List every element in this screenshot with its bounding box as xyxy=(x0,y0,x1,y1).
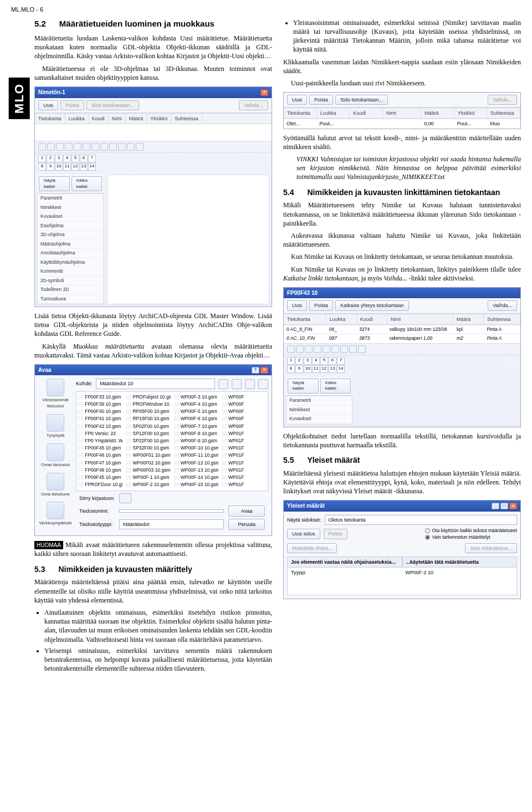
close-icon[interactable]: × xyxy=(260,367,268,374)
kohde-dropdown[interactable]: Määrätiedot 10 xyxy=(96,379,215,389)
sidebar-item[interactable]: Kuvaukset xyxy=(287,415,352,423)
sidebar-list: Parametrit Nimikkeet Kuvaukset xyxy=(286,396,352,424)
nayta-sidokset-dropdown[interactable]: Oletus tietokanta xyxy=(325,515,517,525)
place-mycomputer[interactable]: Oma tietokone xyxy=(41,473,70,498)
data-row[interactable]: 0 AC_8_FIN 08_ 3274 valkopy 18x100 mm 12… xyxy=(284,325,520,334)
katke-button[interactable]: Kätke kaikki xyxy=(71,176,102,192)
view-icon[interactable] xyxy=(258,379,268,389)
uusi-button[interactable]: Uusi xyxy=(287,95,307,105)
list-item: Yleistasoisimmat ominaisuudet, esimerkik… xyxy=(293,18,521,54)
yleiset-maarat-window: Yleiset määrät _ □ × Näytä sidokset: Ole… xyxy=(283,500,521,599)
tool-icon[interactable] xyxy=(305,345,313,353)
sido-button[interactable]: Sido tietokantaan... xyxy=(86,100,139,110)
place-desktop[interactable]: Työpöytä xyxy=(47,414,64,439)
sidebar-item[interactable]: Arvolistaohjelma xyxy=(38,249,103,258)
vaihda-button[interactable]: Vaihda... xyxy=(488,95,517,105)
tiedostonimi-input[interactable] xyxy=(119,509,224,513)
para: Objektikohtaiset tiedot luetellaan norma… xyxy=(283,432,521,450)
tiedostotyyppi-dropdown[interactable]: Määrätiedot xyxy=(119,519,224,529)
tool-icon[interactable] xyxy=(127,143,135,151)
tool-icon[interactable] xyxy=(358,345,366,353)
minimize-icon[interactable]: _ xyxy=(492,503,499,509)
sido-button[interactable]: Sido tietokantaan... xyxy=(335,95,388,105)
uusi-sidos-button[interactable]: Uusi sidos xyxy=(287,529,320,539)
tool-icon[interactable] xyxy=(74,143,81,151)
data-row[interactable]: Olet... Puut... 0,00 Puut... Muu xyxy=(284,119,520,128)
library-nav-icon[interactable] xyxy=(119,493,131,503)
heading-5-3: 5.3 Nimikkeiden ja kuvausten määrittely xyxy=(34,564,272,575)
sidebar-item[interactable]: Kommentti xyxy=(38,267,103,276)
poista-button[interactable]: Poista xyxy=(324,529,347,539)
number-grid[interactable]: 1234567 891011121314 xyxy=(38,155,96,171)
sidebar-item[interactable]: 2D-symboli xyxy=(38,277,103,285)
number-grid[interactable]: 1234567 891011121314 xyxy=(287,357,345,373)
nayta-button[interactable]: Näytä kaikki xyxy=(288,379,319,394)
tool-icon[interactable] xyxy=(323,345,330,353)
nayta-button[interactable]: Näytä kaikki xyxy=(39,176,70,192)
poista-button[interactable]: Poista xyxy=(60,100,84,110)
radio-specific[interactable] xyxy=(425,535,430,540)
tool-icon[interactable] xyxy=(100,143,108,151)
tool-icon[interactable] xyxy=(38,143,46,151)
sidebar-item[interactable]: Esiohjelma xyxy=(38,222,103,231)
tool-icon[interactable] xyxy=(296,345,304,353)
window-title: Nimetön-1 xyxy=(38,89,65,96)
sidebar-item[interactable]: Kuvaukset xyxy=(38,212,103,221)
sidebar-item[interactable]: Määräohjelma xyxy=(38,240,103,249)
tool-icon[interactable] xyxy=(136,143,144,151)
uusi-button[interactable]: Uusi xyxy=(38,100,58,110)
huomaa-badge: HUOMAA xyxy=(34,541,63,550)
poista-button[interactable]: Poista xyxy=(309,95,333,105)
poista-button[interactable]: Poista xyxy=(309,300,333,310)
tool-icon[interactable] xyxy=(331,345,339,353)
tool-icon[interactable] xyxy=(91,143,99,151)
para: Määrätietueessa ei ole 3D-ohjelmaa tai 3… xyxy=(34,64,272,82)
up-icon[interactable] xyxy=(232,379,242,389)
close-icon[interactable]: × xyxy=(260,89,268,96)
close-icon[interactable]: × xyxy=(509,503,517,509)
sidebar-item[interactable]: Parametrit xyxy=(38,194,103,203)
tool-icon[interactable] xyxy=(287,345,295,353)
heading-5-5: 5.5 Yleiset määrät xyxy=(283,455,521,466)
sido-maaratietue-button[interactable]: Sido määrätietue... xyxy=(465,543,517,553)
icon-toolbar xyxy=(35,141,272,152)
tool-icon[interactable] xyxy=(118,143,126,151)
maximize-icon[interactable]: □ xyxy=(500,503,508,509)
katkaise-button[interactable]: Katkaise yhteys tietokantaan xyxy=(335,300,409,310)
avaa-button[interactable]: Avaa xyxy=(228,505,265,517)
place-network[interactable]: Verkkoympäristö xyxy=(39,502,71,527)
tool-icon[interactable] xyxy=(340,345,348,353)
tool-icon[interactable] xyxy=(314,345,321,353)
file-list[interactable]: FP00F33 10.gsmPROFobject 10.gsmWP00F-3 1… xyxy=(76,391,268,491)
sidebar-item[interactable]: Tunnuskuva xyxy=(38,295,103,304)
back-icon[interactable] xyxy=(218,379,228,389)
vaihda-button[interactable]: Vaihda... xyxy=(239,100,268,110)
bullet-list: Yleistasoisimmat ominaisuudet, esimerkik… xyxy=(283,18,521,54)
criteria-cell[interactable]: Tyyppi xyxy=(288,568,402,595)
sidebar-item[interactable]: 3D-ohjelma xyxy=(38,231,103,239)
tool-icon[interactable] xyxy=(83,143,90,151)
tool-icon[interactable] xyxy=(47,143,55,151)
sidebar-item[interactable]: Nimikkeet xyxy=(287,406,352,415)
tool-icon[interactable] xyxy=(56,143,64,151)
tool-icon[interactable] xyxy=(349,345,357,353)
vaihda-button[interactable]: Vaihda... xyxy=(488,300,517,310)
radio-all[interactable] xyxy=(425,528,430,533)
place-recent[interactable]: Viimeisimmät tiedostot xyxy=(38,379,73,410)
tool-icon[interactable] xyxy=(109,143,117,151)
newfolder-icon[interactable] xyxy=(245,379,255,389)
sidebar-item[interactable]: Parametrit xyxy=(287,396,352,405)
place-mydocs[interactable]: Omat tiedostot xyxy=(41,443,70,468)
katke-button[interactable]: Kätke kaikki xyxy=(320,379,351,394)
uusi-button[interactable]: Uusi xyxy=(287,300,307,310)
tool-icon[interactable] xyxy=(65,143,73,151)
maarittele-ehdot-button[interactable]: Määrittele ehdot... xyxy=(287,543,337,553)
sidebar-item[interactable]: Käyttöliittymäohjelma xyxy=(38,258,103,267)
peruuta-button[interactable]: Peruuta xyxy=(228,519,265,530)
linked-file-cell[interactable]: WP00F-2 10 xyxy=(402,568,517,595)
kohde-label: Kohde: xyxy=(76,380,93,387)
data-row[interactable]: 0 AC_10_FIN 087 3873 rakennuspaperi 1,00… xyxy=(284,334,520,343)
sidebar-item[interactable]: Nimikkeet xyxy=(38,203,103,212)
help-icon[interactable]: ? xyxy=(252,367,259,374)
sidebar-item[interactable]: Todellinen 2D xyxy=(38,285,103,294)
